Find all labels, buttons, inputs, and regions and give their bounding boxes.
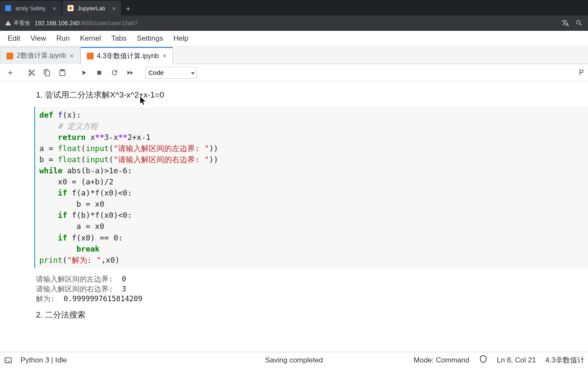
- trusted-icon[interactable]: [479, 355, 488, 365]
- file-name-status: 4.3非数值计: [545, 355, 585, 365]
- save-status: Saving completed: [265, 356, 323, 365]
- insecure-badge[interactable]: 不安全: [5, 19, 30, 27]
- new-tab-button[interactable]: +: [122, 3, 135, 15]
- notebook-tab-label: 4.3非数值计算.ipynb: [97, 52, 159, 61]
- md-text: 1. 尝试用二分法求解X^3-x^2+x-1=0: [36, 90, 164, 99]
- menu-run[interactable]: Run: [51, 33, 75, 45]
- paste-button[interactable]: [56, 67, 68, 79]
- url-path: :8000/user/user1/lab?: [80, 20, 137, 27]
- mode-status: Mode: Command: [414, 356, 469, 365]
- output-cell-1: 请输入解区间的左边界: 0 请输入解区间的右边界: 3 解为: 0.999999…: [36, 271, 588, 307]
- close-icon[interactable]: ×: [53, 5, 56, 12]
- menu-view[interactable]: View: [25, 33, 51, 45]
- notebook-tab-label: 2数值计算.ipynb: [17, 51, 66, 60]
- copy-button[interactable]: [41, 67, 53, 79]
- warning-icon: [5, 20, 11, 26]
- restart-button[interactable]: [109, 67, 121, 79]
- notebook-tab-1[interactable]: 2数值计算.ipynb ×: [0, 47, 80, 64]
- insecure-label: 不安全: [14, 19, 30, 27]
- menu-bar: Edit View Run Kernel Tabs Settings Help: [0, 31, 588, 46]
- notebook-icon: [87, 53, 94, 59]
- md-text: 2. 二分法搜索: [36, 310, 86, 319]
- code-editor[interactable]: def f(x): # 定义方程 return x**3-x**2+x-1 a …: [34, 107, 588, 268]
- code-cell-1[interactable]: def f(x): # 定义方程 return x**3-x**2+x-1 a …: [13, 107, 588, 268]
- out-result-val: 0.9999997615814209: [59, 294, 142, 303]
- cell-prompt: [13, 107, 34, 268]
- menu-settings[interactable]: Settings: [132, 33, 168, 45]
- cell-type-select[interactable]: Code Markdown Raw: [145, 67, 197, 79]
- url-display[interactable]: 192.168.106.240:8000/user/user1/lab?: [35, 20, 138, 27]
- add-cell-button[interactable]: [4, 67, 16, 79]
- out-left-prompt: 请输入解区间的左边界:: [36, 275, 117, 283]
- browser-tab-title: amily Safety: [15, 5, 46, 12]
- menu-edit[interactable]: Edit: [3, 33, 25, 45]
- run-button[interactable]: [78, 67, 90, 79]
- close-icon[interactable]: ×: [112, 5, 116, 12]
- stop-button[interactable]: [93, 67, 105, 79]
- cut-button[interactable]: [26, 67, 38, 79]
- notebook-tabs: 2数值计算.ipynb × 4.3非数值计算.ipynb ×: [0, 46, 588, 64]
- notebook-toolbar: Code Markdown Raw P: [0, 64, 588, 81]
- out-right-val: 3: [117, 285, 126, 293]
- menu-tabs[interactable]: Tabs: [106, 33, 132, 45]
- cursor-position[interactable]: Ln 8, Col 21: [497, 356, 536, 365]
- translate-icon[interactable]: [561, 19, 569, 27]
- status-bar: Python 3 | Idle Saving completed Mode: C…: [0, 352, 588, 368]
- toolbar-right-char: P: [579, 69, 584, 77]
- out-result-label: 解为:: [36, 294, 59, 303]
- out-left-val: 0: [117, 275, 126, 283]
- tab-favicon-jupyter: [68, 5, 74, 11]
- out-right-prompt: 请输入解区间的右边界:: [36, 285, 117, 293]
- markdown-cell-2[interactable]: 2. 二分法搜索: [0, 307, 588, 325]
- browser-tab-jupyter[interactable]: JupyterLab ×: [62, 1, 121, 15]
- search-icon[interactable]: [575, 19, 583, 27]
- menu-help[interactable]: Help: [168, 33, 194, 45]
- tab-favicon-safety: [5, 5, 11, 11]
- notebook-tab-2[interactable]: 4.3非数值计算.ipynb ×: [80, 47, 173, 64]
- url-host: 192.168.106.240: [35, 20, 80, 27]
- close-icon[interactable]: ×: [70, 52, 74, 60]
- notebook-area[interactable]: 1. 尝试用二分法求解X^3-x^2+x-1=0 def f(x): # 定义方…: [0, 81, 588, 352]
- browser-tab-title: JupyterLab: [78, 5, 105, 12]
- browser-tab-safety[interactable]: amily Safety ×: [0, 1, 62, 15]
- markdown-cell-1[interactable]: 1. 尝试用二分法求解X^3-x^2+x-1=0: [0, 87, 588, 105]
- browser-tabbar: amily Safety × JupyterLab × +: [0, 0, 588, 15]
- menu-kernel[interactable]: Kernel: [75, 33, 106, 45]
- kernel-status[interactable]: Python 3 | Idle: [21, 356, 67, 365]
- notebook-icon: [6, 53, 13, 59]
- address-bar: 不安全 192.168.106.240:8000/user/user1/lab?: [0, 15, 588, 31]
- run-all-button[interactable]: [124, 67, 136, 79]
- terminal-icon[interactable]: [3, 356, 13, 365]
- close-icon[interactable]: ×: [162, 52, 166, 60]
